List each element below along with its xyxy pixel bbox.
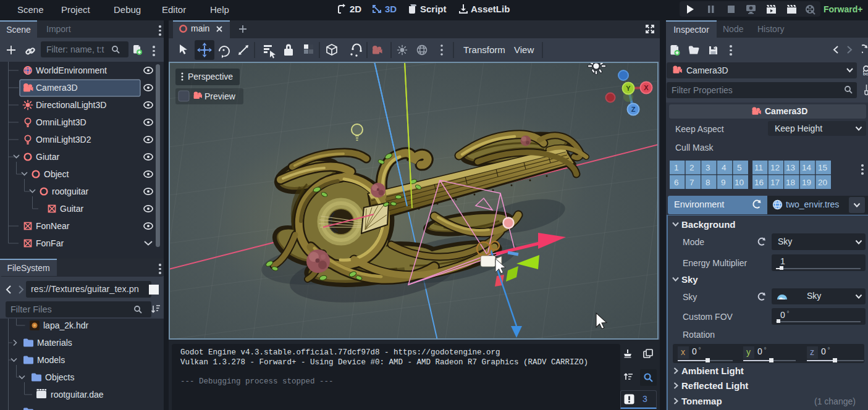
svg-text:20: 20 [818, 178, 827, 187]
svg-text:Models: Models [37, 355, 65, 365]
svg-text:Preview: Preview [204, 91, 236, 101]
svg-text:FonFar: FonFar [36, 238, 64, 248]
svg-text:Materials: Materials [37, 338, 72, 348]
svg-text:19: 19 [802, 178, 811, 187]
svg-text:4: 4 [722, 163, 727, 172]
svg-text:7: 7 [689, 178, 694, 187]
svg-text:Y: Y [626, 85, 631, 92]
svg-text:Camera3D: Camera3D [36, 83, 78, 93]
svg-text:12: 12 [770, 163, 780, 172]
svg-text:Perspective: Perspective [188, 72, 233, 82]
svg-text:lapa_2k.hdr: lapa_2k.hdr [43, 320, 89, 330]
svg-text:17: 17 [770, 178, 780, 187]
svg-text:9: 9 [721, 178, 726, 187]
svg-text:16: 16 [754, 178, 764, 187]
svg-text:8: 8 [706, 178, 710, 187]
svg-text:1: 1 [674, 163, 679, 172]
svg-text:rootguitar.dae: rootguitar.dae [51, 390, 104, 400]
svg-text:6: 6 [674, 178, 679, 187]
svg-text:OmniLight3D: OmniLight3D [36, 117, 86, 127]
svg-text:Z: Z [631, 106, 636, 113]
svg-text:Object: Object [44, 169, 69, 179]
svg-text:OmniLight3D2: OmniLight3D2 [36, 135, 91, 144]
svg-text:14: 14 [802, 163, 812, 172]
svg-text:Giutar: Giutar [36, 152, 59, 162]
svg-text:15: 15 [818, 163, 827, 172]
svg-text:13: 13 [786, 163, 795, 172]
svg-text:10: 10 [735, 178, 744, 187]
svg-text:3: 3 [706, 163, 710, 172]
svg-text:18: 18 [786, 178, 795, 187]
svg-text:Transform: Transform [463, 44, 505, 55]
svg-text:5: 5 [737, 163, 742, 172]
svg-text:View: View [514, 44, 534, 55]
svg-text:FonNear: FonNear [36, 221, 70, 231]
svg-text:WorldEnvironment: WorldEnvironment [36, 65, 107, 75]
svg-text:DO: DO [863, 72, 868, 76]
svg-text:11: 11 [754, 163, 763, 172]
svg-text:2: 2 [689, 163, 694, 172]
svg-text:DirectionalLight3D: DirectionalLight3D [36, 100, 106, 110]
svg-text:Guitar: Guitar [60, 204, 83, 214]
svg-text:X: X [644, 84, 649, 91]
svg-text:rootguitar: rootguitar [52, 186, 88, 196]
svg-text:Objects: Objects [45, 372, 74, 382]
